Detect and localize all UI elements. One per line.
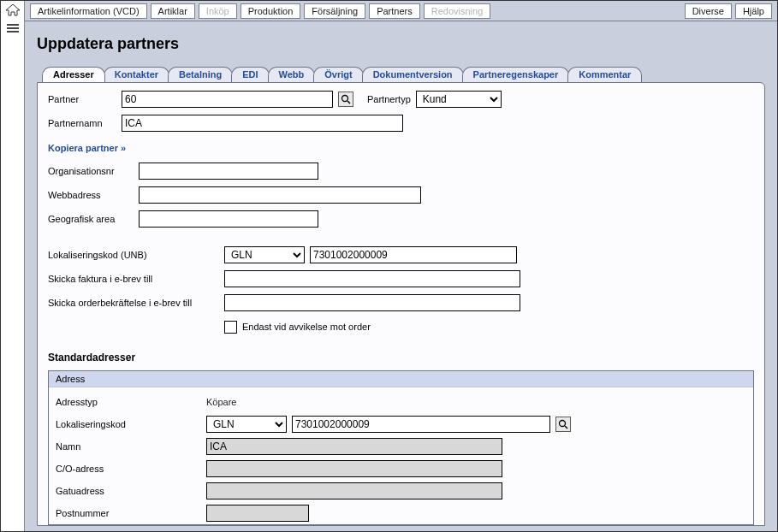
- standard-addresses-header: Adress: [49, 371, 753, 387]
- tab-panel-adresser: Partner Partnertyp Kund Partnernamn Kopi…: [37, 82, 765, 526]
- geo-label: Geografisk area: [48, 214, 134, 224]
- einvoice-input[interactable]: [224, 270, 520, 287]
- tabs-row: Adresser Kontakter Betalning EDI Webb Öv…: [42, 67, 765, 82]
- orgnr-label: Organisationsnr: [48, 166, 134, 176]
- unb-value-input[interactable]: [310, 246, 517, 263]
- orgnr-input[interactable]: [139, 163, 318, 180]
- tab-dokumentversion[interactable]: Dokumentversion: [362, 67, 464, 82]
- gata-label: Gatuadress: [56, 486, 201, 496]
- unb-label: Lokaliseringskod (UNB): [48, 250, 219, 260]
- eorder-input[interactable]: [224, 294, 520, 311]
- geo-input[interactable]: [139, 210, 318, 228]
- topnav-item-artiklar[interactable]: Artiklar: [151, 3, 195, 19]
- topnav-item-diverse[interactable]: Diverse: [685, 3, 732, 19]
- tab-betalning[interactable]: Betalning: [168, 67, 233, 82]
- copy-partner-link[interactable]: Kopiera partner »: [48, 143, 126, 153]
- web-label: Webbadress: [48, 190, 134, 200]
- tab-kontakter[interactable]: Kontakter: [104, 67, 169, 82]
- svg-line-4: [347, 101, 350, 103]
- tab-partneregenskaper[interactable]: Partneregenskaper: [462, 67, 570, 82]
- menu-icon[interactable]: [6, 23, 20, 33]
- loc-label: Lokaliseringskod: [56, 419, 201, 429]
- svg-line-6: [565, 426, 567, 429]
- standard-addresses-box: Adress Adresstyp Köpare Lokaliseringskod…: [48, 370, 754, 525]
- unb-type-select[interactable]: GLN: [224, 246, 305, 263]
- topnav-item-forsaljning[interactable]: Försäljning: [304, 3, 365, 19]
- postnr-label: Postnummer: [56, 508, 201, 518]
- gata-input: [206, 482, 502, 499]
- svg-point-5: [560, 421, 566, 427]
- topnav-item-produktion[interactable]: Produktion: [241, 3, 301, 19]
- deviation-checkbox[interactable]: [224, 321, 237, 334]
- adresstyp-value: Köpare: [206, 397, 236, 407]
- home-icon[interactable]: [5, 4, 21, 16]
- tab-kommentar[interactable]: Kommentar: [567, 67, 642, 82]
- topnav-item-hjalp[interactable]: Hjälp: [735, 3, 772, 19]
- partnertyp-label: Partnertyp: [367, 94, 411, 104]
- standard-addresses-title: Standardadresser: [48, 352, 754, 364]
- topnav-item-inkop: Inköp: [199, 3, 237, 19]
- partner-label: Partner: [48, 94, 116, 104]
- partnernamn-label: Partnernamn: [48, 118, 116, 128]
- partner-input[interactable]: [122, 91, 333, 108]
- tab-edi[interactable]: EDI: [231, 67, 269, 82]
- left-rail: [1, 1, 25, 531]
- adresstyp-label: Adresstyp: [56, 397, 201, 407]
- topnav-item-redovisning: Redovisning: [424, 3, 491, 19]
- page-title: Uppdatera partners: [37, 35, 765, 53]
- content-area: Uppdatera partners Adresser Kontakter Be…: [25, 21, 777, 531]
- partnernamn-input[interactable]: [122, 115, 403, 132]
- web-input[interactable]: [139, 186, 421, 204]
- namn-label: Namn: [56, 441, 201, 452]
- namn-input: [206, 438, 502, 455]
- top-nav: Artikelinformation (VCD) Artiklar Inköp …: [25, 1, 777, 21]
- loc-value-input[interactable]: [292, 416, 550, 433]
- svg-point-3: [342, 96, 348, 102]
- main: Artikelinformation (VCD) Artiklar Inköp …: [25, 1, 777, 531]
- loc-lookup-button[interactable]: [555, 417, 571, 432]
- partner-lookup-button[interactable]: [338, 92, 353, 107]
- co-input: [206, 460, 502, 477]
- postnr-input: [206, 505, 309, 522]
- tab-adresser[interactable]: Adresser: [42, 67, 105, 82]
- tab-webb[interactable]: Webb: [268, 67, 316, 82]
- co-label: C/O-adress: [56, 464, 201, 474]
- topnav-item-artikelinformation[interactable]: Artikelinformation (VCD): [30, 3, 147, 19]
- deviation-checkbox-label: Endast vid avvikelse mot order: [242, 322, 371, 332]
- tab-ovrigt[interactable]: Övrigt: [313, 67, 363, 82]
- einvoice-label: Skicka faktura i e-brev till: [48, 274, 219, 284]
- partnertyp-select[interactable]: Kund: [416, 91, 502, 108]
- loc-type-select[interactable]: GLN: [206, 416, 287, 433]
- topnav-item-partners[interactable]: Partners: [369, 3, 420, 19]
- eorder-label: Skicka orderbekräftelse i e-brev till: [48, 298, 219, 308]
